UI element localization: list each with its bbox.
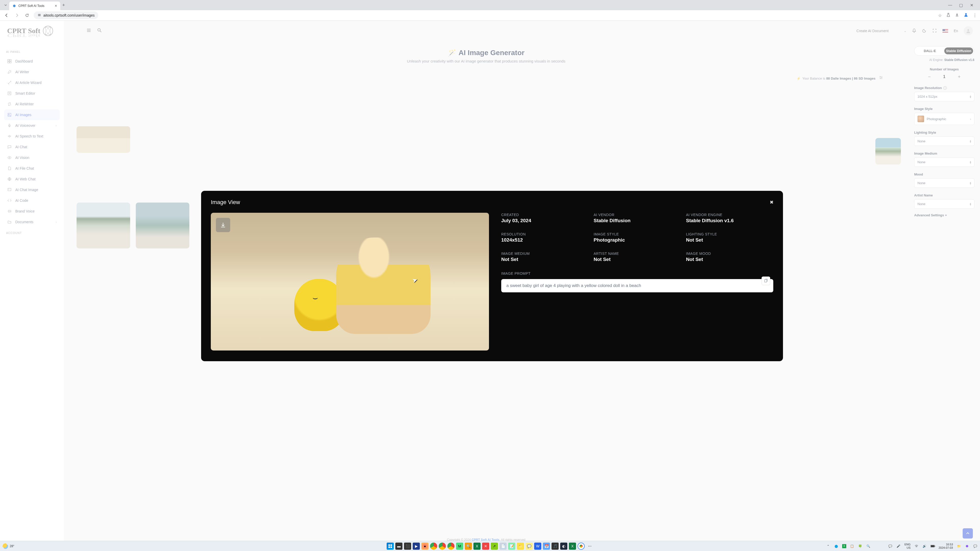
word-icon[interactable]: W (534, 543, 541, 550)
scroll-to-top-button[interactable] (963, 528, 973, 538)
tab-stable-diffusion[interactable]: Stable Diffusion (944, 48, 973, 54)
copy-prompt-button[interactable] (762, 276, 770, 285)
menu-icon[interactable]: ⋮ (973, 13, 977, 18)
bookmark-icon[interactable]: ☆ (938, 13, 942, 18)
sidebar-item-writer[interactable]: AI Writer (4, 67, 60, 77)
sidebar-item-file-chat[interactable]: AI File Chat (4, 163, 60, 174)
sidebar-item-documents[interactable]: Documents› (4, 217, 60, 227)
logo[interactable]: CPRT Soft (7, 26, 53, 36)
flag-icon[interactable] (942, 29, 948, 33)
artist-select[interactable]: None▴▾ (914, 199, 974, 209)
advanced-settings-toggle[interactable]: Advanced Settings + (914, 213, 974, 217)
maximize-icon[interactable]: ▢ (956, 2, 965, 9)
chrome-active-icon[interactable] (578, 543, 585, 550)
dark-mode-icon[interactable] (922, 28, 927, 34)
weather-widget[interactable]: 28° (3, 543, 14, 549)
start-icon[interactable] (387, 543, 394, 550)
chrome-icon[interactable] (447, 543, 455, 550)
taskbar-app-icon[interactable]: ● (422, 543, 428, 550)
forward-icon[interactable] (13, 12, 21, 19)
reload-icon[interactable] (24, 12, 30, 19)
profile-icon[interactable] (964, 13, 968, 18)
language-indicator[interactable]: ENG US (904, 543, 911, 549)
taskbar-app-icon[interactable]: M (456, 543, 463, 550)
taskbar-app-icon[interactable]: 📅 (543, 543, 550, 550)
sidebar-item-rewriter[interactable]: AI ReWriter (4, 99, 60, 110)
back-icon[interactable] (3, 12, 10, 19)
explorer-icon[interactable]: 📁 (517, 543, 524, 550)
medium-select[interactable]: None▴▾ (914, 157, 974, 167)
bell-icon[interactable] (912, 28, 916, 34)
gallery-thumb[interactable] (136, 203, 189, 248)
sidebar-item-smart-editor[interactable]: Smart Editor (4, 88, 60, 99)
sidebar-item-dashboard[interactable]: Dashboard (4, 56, 60, 67)
sidebar-item-chat[interactable]: AI Chat (4, 141, 60, 152)
taskbar-app-icon[interactable]: 🔍 (465, 543, 472, 550)
lighting-select[interactable]: None▴▾ (914, 137, 974, 146)
hamburger-icon[interactable] (86, 28, 91, 34)
tab-dalle[interactable]: DALL-E (915, 48, 944, 54)
new-tab-button[interactable]: + (62, 3, 65, 8)
chrome-icon[interactable] (430, 543, 437, 550)
battery-icon[interactable] (931, 544, 935, 548)
gallery-thumb[interactable] (76, 126, 130, 153)
sidebar-item-speech[interactable]: AI Speech to Text (4, 131, 60, 141)
taskbar-app-icon[interactable]: 📄 (500, 543, 507, 550)
taskbar-app-icon[interactable]: 💬 (525, 543, 533, 550)
steam-icon[interactable]: ◐ (560, 543, 567, 550)
mic-tray-icon[interactable]: 🎤 (896, 544, 901, 548)
taskbar-app-icon[interactable]: ✕ (482, 543, 489, 550)
sidebar-item-chat-image[interactable]: AI Chat Image (4, 184, 60, 195)
gallery-thumb[interactable] (76, 203, 130, 248)
sidebar-item-vision[interactable]: AI Vision (4, 152, 60, 163)
sidebar-item-article-wizard[interactable]: AI Article Wizard (4, 77, 60, 88)
tray-icon[interactable]: 📁 (956, 544, 961, 548)
labs-icon[interactable] (946, 13, 950, 18)
download-icon[interactable] (955, 13, 959, 18)
fullscreen-icon[interactable] (932, 28, 937, 34)
info-icon[interactable]: i (943, 86, 947, 90)
tray-app-icon[interactable]: ⬤ (834, 544, 838, 548)
sidebar-item-code[interactable]: AI Code (4, 195, 60, 206)
close-window-icon[interactable]: ✕ (967, 2, 976, 9)
browser-tab[interactable]: CPRT Soft AI Tools ✕ (9, 2, 60, 10)
excel-icon[interactable]: X (473, 543, 480, 550)
style-select[interactable]: Photographic› (914, 113, 974, 125)
volume-icon[interactable]: 🔊 (922, 544, 927, 548)
create-document-dropdown[interactable]: Create AI Document ⌄ (856, 29, 906, 33)
tray-app-icon[interactable]: X (842, 544, 846, 548)
settings-sliders-icon[interactable] (879, 76, 883, 80)
tray-arrow-icon[interactable]: ⌃ (826, 544, 830, 548)
close-tab-icon[interactable]: ✕ (55, 4, 57, 8)
tray-app-icon[interactable]: 📋 (850, 544, 854, 548)
wifi-icon[interactable] (914, 544, 919, 548)
taskbar-app-icon[interactable]: ▶ (413, 543, 420, 550)
user-avatar[interactable] (964, 26, 973, 35)
search-icon[interactable] (97, 28, 102, 34)
minimize-icon[interactable]: — (946, 2, 955, 9)
site-info-icon[interactable] (37, 13, 41, 18)
tray-app-icon[interactable]: 🔍 (866, 544, 871, 548)
sidebar-item-voiceover[interactable]: AI Voiceover› (4, 120, 60, 131)
decrement-button[interactable]: − (926, 73, 933, 80)
taskbar-app-icon[interactable]: 🎵 (552, 543, 558, 550)
chrome-icon[interactable] (439, 543, 446, 550)
taskbar-app-icon[interactable]: ↗ (491, 543, 498, 550)
tray-app-icon[interactable]: 💬 (888, 544, 893, 548)
excel-icon[interactable]: X (569, 543, 576, 550)
resolution-select[interactable]: 1024 x 512px▴▾ (914, 92, 974, 101)
taskbar-app-icon[interactable]: 📝 (508, 543, 515, 550)
sidebar-item-brand-voice[interactable]: Brand Voice (4, 206, 60, 217)
clock[interactable]: 16:53 2024-07-03 (939, 543, 953, 549)
increment-button[interactable]: + (956, 73, 963, 80)
tray-app-icon[interactable]: 🍀 (858, 544, 862, 548)
url-input[interactable]: aitools.cprtsoft.com/user/images (34, 11, 98, 19)
taskbar-app-icon[interactable]: ▬ (395, 543, 402, 550)
sidebar-item-web-chat[interactable]: AI Web Chat (4, 174, 60, 184)
notifications-icon[interactable]: 💬 (973, 544, 977, 548)
taskbar-app-icon[interactable]: ⬛ (404, 543, 411, 550)
lang-label[interactable]: En (954, 29, 958, 33)
more-apps-icon[interactable]: ⋯ (586, 543, 593, 550)
sidebar-item-images[interactable]: AI Images (4, 110, 60, 120)
gallery-thumb[interactable] (875, 138, 901, 165)
